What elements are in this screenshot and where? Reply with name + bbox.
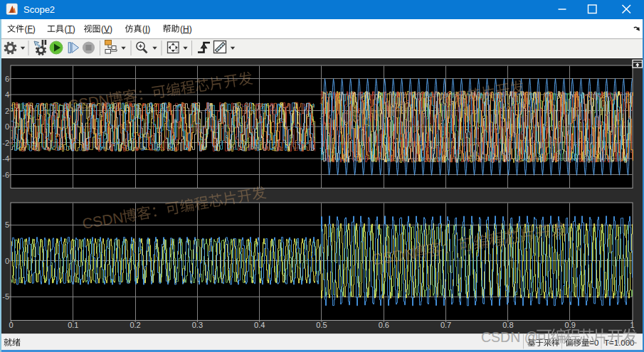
svg-text:6: 6 [5,75,9,83]
svg-text:-4: -4 [2,154,9,163]
svg-text:5: 5 [5,220,9,229]
svg-text:2: 2 [5,107,9,115]
svg-text:(H): (H) [180,24,192,34]
svg-text:(I): (I) [142,24,150,34]
svg-text:-5: -5 [2,292,9,301]
svg-text:4: 4 [5,90,9,99]
svg-text:Scope2: Scope2 [23,4,55,15]
svg-text:CSDN @: CSDN @ [481,329,538,345]
svg-text:-2: -2 [2,139,9,147]
svg-text:(T): (T) [65,24,75,34]
svg-text:-6: -6 [2,171,9,179]
svg-text:0: 0 [5,122,9,131]
svg-text:0: 0 [5,257,9,265]
svg-text:(V): (V) [101,24,112,34]
svg-text:(F): (F) [25,24,36,34]
